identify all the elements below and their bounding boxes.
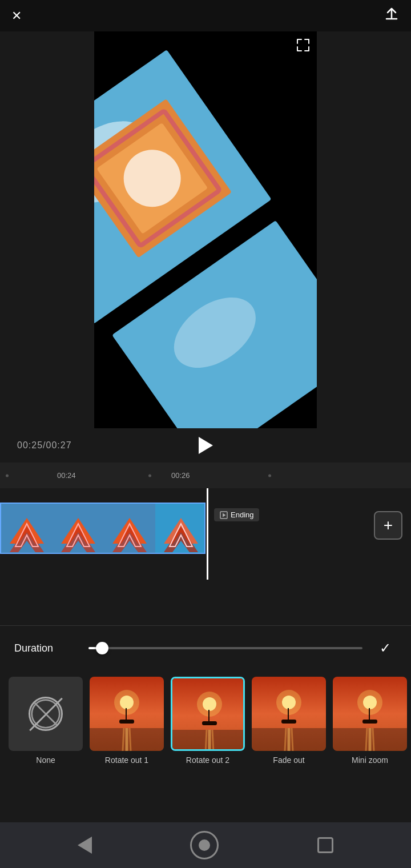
- film-frame-3: [104, 504, 155, 554]
- svg-line-64: [373, 728, 374, 751]
- effect-item-fade-out[interactable]: Fade out: [252, 677, 326, 765]
- ruler-mark-2: 00:26: [171, 471, 190, 480]
- svg-rect-51: [288, 708, 289, 721]
- duration-section: Duration ✓: [0, 628, 411, 668]
- no-effect-icon: [29, 697, 63, 731]
- svg-line-55: [292, 728, 293, 751]
- svg-line-46: [212, 730, 213, 751]
- back-button[interactable]: [78, 837, 92, 854]
- duration-slider[interactable]: [88, 647, 362, 649]
- slider-thumb[interactable]: [96, 642, 108, 654]
- svg-line-62: [366, 728, 367, 751]
- playhead: [207, 488, 208, 580]
- timeline-strip: Ending +: [0, 488, 411, 562]
- play-button[interactable]: [194, 434, 217, 457]
- effect-label-mini-zoom: Mini zoom: [352, 756, 388, 765]
- time-display: 00:25/00:27: [17, 440, 72, 451]
- effect-label-fade-out: Fade out: [273, 756, 304, 765]
- add-clip-button[interactable]: +: [374, 511, 402, 540]
- recents-button[interactable]: [317, 837, 333, 853]
- bottom-nav: [0, 822, 411, 868]
- film-strip[interactable]: [0, 503, 206, 554]
- svg-line-37: [130, 728, 131, 751]
- timeline-ruler: 00:24 00:26: [0, 463, 411, 488]
- playback-controls: 00:25/00:27: [0, 428, 411, 463]
- effect-label-rotate-out-2: Rotate out 2: [186, 756, 229, 765]
- close-button[interactable]: ✕: [11, 9, 22, 23]
- effect-thumb-mini-zoom: [333, 677, 407, 751]
- ending-badge: Ending: [214, 508, 259, 521]
- effect-thumb-fade-out: [252, 677, 326, 751]
- home-button[interactable]: [190, 831, 219, 859]
- expand-icon[interactable]: [295, 37, 311, 56]
- svg-line-44: [206, 730, 207, 751]
- effect-label-none: None: [36, 756, 55, 765]
- film-frame-1: [1, 504, 53, 554]
- ruler-dot-3: [268, 474, 271, 477]
- upload-button[interactable]: [384, 6, 400, 26]
- duration-label: Duration: [14, 642, 77, 654]
- effect-item-none[interactable]: None: [9, 677, 83, 765]
- effect-label-rotate-out-1: Rotate out 1: [105, 756, 148, 765]
- svg-marker-26: [223, 513, 226, 517]
- film-frame-2: [53, 504, 104, 554]
- effect-thumb-rotate-out-2: [171, 677, 245, 751]
- svg-line-53: [285, 728, 286, 751]
- effect-item-rotate-out-2[interactable]: Rotate out 2: [171, 677, 245, 765]
- ruler-dot-2: [148, 474, 151, 477]
- svg-line-28: [34, 702, 57, 725]
- svg-rect-42: [208, 710, 209, 722]
- svg-rect-33: [126, 708, 127, 721]
- top-bar: ✕: [0, 0, 411, 31]
- confirm-button[interactable]: ✓: [374, 637, 397, 660]
- ruler-dot-1: [6, 474, 9, 477]
- effect-thumb-none: [9, 677, 83, 751]
- effects-section: None: [0, 668, 411, 811]
- video-preview: [94, 31, 317, 428]
- ruler-mark-1: 00:24: [57, 471, 76, 480]
- svg-rect-60: [369, 708, 370, 721]
- effect-item-mini-zoom[interactable]: Mini zoom: [333, 677, 407, 765]
- divider-1: [0, 625, 411, 626]
- svg-line-35: [123, 728, 124, 751]
- effect-item-rotate-out-1[interactable]: Rotate out 1: [90, 677, 164, 765]
- slider-track: [88, 647, 362, 649]
- film-frame-4: [155, 504, 206, 554]
- effect-thumb-rotate-out-1: [90, 677, 164, 751]
